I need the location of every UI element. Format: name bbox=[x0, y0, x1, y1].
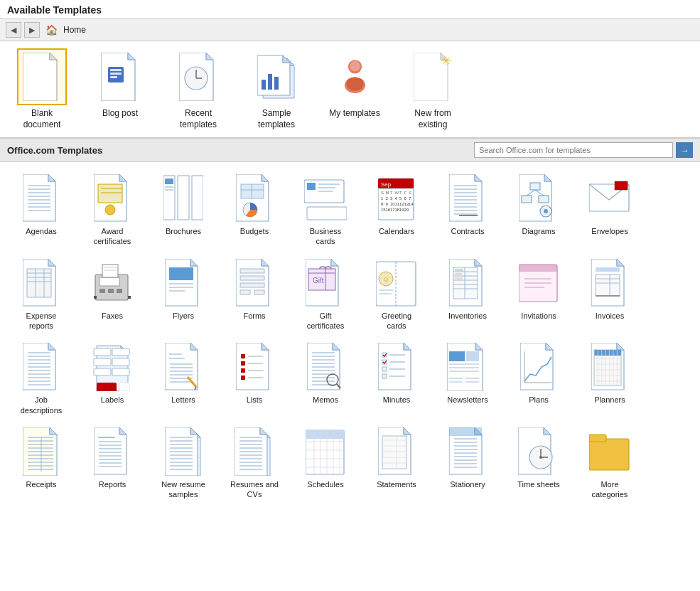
template-item-planners[interactable]: Planners bbox=[574, 338, 645, 420]
template-item-minutes[interactable]: Minutes bbox=[361, 338, 432, 420]
svg-rect-204 bbox=[119, 383, 129, 391]
template-item-time-sheets[interactable]: Time sheets bbox=[503, 422, 574, 504]
template-item-reports[interactable]: Reports bbox=[77, 422, 148, 504]
svg-rect-221 bbox=[241, 361, 245, 366]
page-title: Available Templates bbox=[0, 0, 700, 19]
svg-marker-147 bbox=[331, 259, 338, 266]
template-item-gift-certs[interactable]: Gift Giftcertificates bbox=[290, 254, 361, 336]
back-button[interactable]: ◀ bbox=[6, 22, 21, 38]
contracts-icon bbox=[445, 174, 490, 223]
svg-rect-125 bbox=[99, 289, 105, 293]
gift-certs-label: Giftcertificates bbox=[307, 311, 345, 331]
letters-icon bbox=[161, 342, 206, 392]
svg-rect-200 bbox=[112, 358, 129, 366]
search-input[interactable] bbox=[474, 142, 673, 158]
diagrams-icon bbox=[516, 174, 561, 223]
newsletters-icon bbox=[445, 342, 490, 392]
template-item-flyers[interactable]: Flyers bbox=[148, 254, 219, 336]
svg-rect-45 bbox=[192, 176, 203, 220]
business-cards-icon bbox=[303, 174, 348, 223]
template-item-stationery[interactable]: Stationery bbox=[432, 422, 503, 504]
svg-text:T: T bbox=[399, 191, 402, 195]
template-item-new-resume[interactable]: New resumesamples bbox=[148, 422, 219, 504]
svg-text:F: F bbox=[404, 191, 407, 195]
stationery-icon bbox=[445, 427, 490, 476]
template-item-budgets[interactable]: Budgets bbox=[219, 169, 290, 251]
template-item-invoices[interactable]: Invoices bbox=[574, 254, 645, 336]
contracts-label: Contracts bbox=[451, 226, 484, 236]
top-template-existing[interactable]: ✳ New fromexisting bbox=[401, 48, 465, 130]
forward-button[interactable]: ▶ bbox=[24, 22, 40, 38]
top-templates-area: Blankdocument Blog post bbox=[0, 41, 700, 138]
svg-rect-225 bbox=[241, 376, 245, 380]
labels-icon bbox=[90, 342, 135, 392]
template-item-statements[interactable]: Statements bbox=[361, 422, 432, 504]
invitations-icon bbox=[516, 258, 561, 308]
template-item-greeting-cards[interactable]: ☺ Greetingcards bbox=[361, 254, 432, 336]
svg-rect-18 bbox=[268, 74, 272, 90]
template-item-invitations[interactable]: Invitations bbox=[503, 254, 574, 336]
forms-icon bbox=[232, 258, 277, 308]
greeting-cards-icon: ☺ bbox=[374, 258, 419, 308]
svg-marker-159 bbox=[475, 259, 482, 266]
brochures-icon bbox=[161, 174, 206, 223]
svg-marker-368 bbox=[544, 427, 551, 435]
svg-rect-17 bbox=[262, 80, 266, 90]
template-item-resumes-cvs[interactable]: Resumes andCVs bbox=[219, 422, 290, 504]
template-item-receipts[interactable]: Receipts bbox=[6, 422, 77, 504]
template-item-business-cards[interactable]: Businesscards bbox=[290, 169, 361, 251]
forms-label: Forms bbox=[243, 311, 265, 321]
svg-rect-132 bbox=[128, 296, 131, 299]
template-item-more[interactable]: Morecategories bbox=[574, 422, 645, 504]
plans-icon bbox=[516, 342, 561, 392]
template-item-labels[interactable]: Labels bbox=[77, 338, 148, 420]
statements-label: Statements bbox=[377, 479, 416, 489]
top-template-blog[interactable]: Blog post bbox=[88, 48, 152, 119]
svg-rect-127 bbox=[117, 289, 122, 293]
calendars-icon: Sep SMTWTFS 1234567891011121314151617181… bbox=[374, 174, 419, 223]
template-item-forms[interactable]: Forms bbox=[219, 254, 290, 336]
expense-reports-label: Expensereports bbox=[26, 311, 57, 331]
svg-rect-198 bbox=[112, 348, 129, 356]
stationery-label: Stationery bbox=[450, 479, 485, 489]
svg-rect-6 bbox=[110, 73, 122, 75]
search-box: → bbox=[474, 142, 693, 158]
template-item-agendas[interactable]: Agendas bbox=[6, 169, 77, 251]
template-item-plans[interactable]: Plans bbox=[503, 338, 574, 420]
invitations-label: Invitations bbox=[521, 311, 556, 321]
receipts-icon bbox=[18, 427, 64, 476]
template-item-schedules[interactable]: Schedules bbox=[290, 422, 361, 504]
template-item-inventories[interactable]: Inventories bbox=[432, 254, 503, 336]
svg-rect-357 bbox=[449, 427, 482, 436]
template-item-award-certs[interactable]: Awardcertificates bbox=[77, 169, 148, 251]
recent-templates-label: Recenttemplates bbox=[180, 108, 217, 130]
svg-text:W: W bbox=[395, 191, 399, 195]
top-template-sample[interactable]: Sampletemplates bbox=[244, 48, 308, 130]
template-item-job-desc[interactable]: Jobdescriptions bbox=[6, 338, 77, 420]
template-item-newsletters[interactable]: Newsletters bbox=[432, 338, 503, 420]
template-item-faxes[interactable]: Faxes bbox=[77, 254, 148, 336]
top-template-recent[interactable]: Recenttemplates bbox=[166, 48, 230, 130]
top-template-my[interactable]: My templates bbox=[323, 48, 387, 119]
svg-rect-202 bbox=[112, 368, 129, 376]
template-item-envelopes[interactable]: Envelopes bbox=[574, 169, 645, 251]
receipts-label: Receipts bbox=[26, 479, 57, 489]
top-template-blank[interactable]: Blankdocument bbox=[10, 48, 74, 130]
template-item-contracts[interactable]: Contracts bbox=[432, 169, 503, 251]
faxes-label: Faxes bbox=[102, 311, 123, 321]
template-item-brochures[interactable]: Brochures bbox=[148, 169, 219, 251]
template-item-expense-reports[interactable]: Expensereports bbox=[6, 254, 77, 336]
template-item-lists[interactable]: Lists bbox=[219, 338, 290, 420]
award-certs-label: Awardcertificates bbox=[94, 226, 131, 247]
svg-rect-124 bbox=[99, 277, 119, 286]
inventories-icon bbox=[445, 258, 490, 308]
search-button[interactable]: → bbox=[676, 142, 693, 158]
newsletters-label: Newsletters bbox=[447, 395, 488, 405]
job-desc-label: Jobdescriptions bbox=[21, 395, 63, 415]
template-item-letters[interactable]: Letters bbox=[148, 338, 219, 420]
new-from-existing-label: New fromexisting bbox=[414, 108, 451, 130]
template-item-diagrams[interactable]: Diagrams bbox=[503, 169, 574, 251]
template-item-calendars[interactable]: Sep SMTWTFS 1234567891011121314151617181… bbox=[361, 169, 432, 251]
template-item-memos[interactable]: Memos bbox=[290, 338, 361, 420]
svg-rect-128 bbox=[102, 265, 118, 277]
